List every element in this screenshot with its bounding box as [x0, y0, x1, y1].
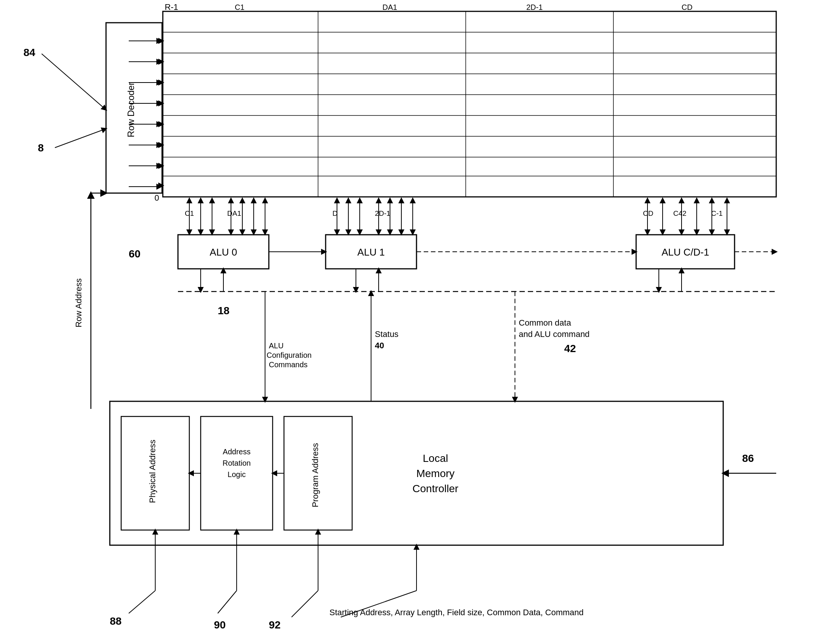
svg-line-120 [292, 591, 318, 617]
svg-text:Rotation: Rotation [223, 459, 251, 467]
svg-text:ALU C/D-1: ALU C/D-1 [661, 246, 709, 258]
svg-text:Starting Address, Array Length: Starting Address, Array Length, Field si… [329, 608, 583, 617]
svg-text:Common data: Common data [519, 318, 571, 327]
svg-text:C42: C42 [673, 209, 686, 217]
svg-text:C-1: C-1 [711, 209, 723, 217]
row-0-label: 0 [154, 193, 159, 203]
svg-text:DA1: DA1 [382, 3, 397, 11]
svg-text:Controller: Controller [412, 483, 458, 494]
svg-text:ALU 1: ALU 1 [357, 246, 385, 258]
svg-text:Configuration: Configuration [267, 351, 312, 359]
svg-text:CD: CD [682, 3, 693, 11]
svg-text:Row Address: Row Address [74, 278, 83, 327]
svg-text:ALU 0: ALU 0 [210, 246, 237, 258]
svg-text:90: 90 [214, 619, 226, 631]
diagram: R-1 0 C1 DA1 2D-1 CD Row Decoder ALU 0 A… [0, 0, 819, 644]
svg-text:Memory: Memory [416, 468, 454, 479]
svg-text:88: 88 [110, 615, 122, 627]
svg-text:8: 8 [38, 142, 44, 154]
svg-text:ALU: ALU [269, 341, 284, 350]
svg-line-117 [218, 591, 237, 613]
svg-text:60: 60 [129, 248, 140, 260]
svg-text:Local: Local [423, 452, 448, 464]
svg-text:CD: CD [643, 209, 653, 217]
svg-line-128 [55, 129, 106, 148]
svg-line-114 [129, 591, 155, 613]
svg-text:Commands: Commands [269, 360, 307, 369]
svg-text:Status: Status [375, 329, 398, 339]
svg-text:DA1: DA1 [227, 209, 241, 217]
svg-line-126 [42, 54, 106, 110]
svg-text:D: D [332, 209, 338, 217]
svg-text:C1: C1 [185, 209, 194, 217]
svg-text:42: 42 [564, 343, 576, 354]
svg-text:C1: C1 [235, 3, 245, 11]
svg-text:2D-1: 2D-1 [526, 3, 543, 11]
svg-text:Program Address: Program Address [310, 443, 320, 507]
svg-text:Row Decoder: Row Decoder [126, 82, 136, 137]
svg-text:92: 92 [269, 619, 281, 631]
svg-text:Address: Address [223, 448, 250, 456]
svg-text:Logic: Logic [228, 470, 246, 479]
svg-text:86: 86 [742, 452, 754, 464]
svg-text:18: 18 [218, 305, 229, 317]
svg-text:and ALU command: and ALU command [519, 329, 590, 339]
svg-text:84: 84 [23, 47, 36, 58]
svg-rect-4 [163, 11, 776, 197]
svg-text:2D-1: 2D-1 [375, 209, 390, 217]
row-r1-label: R-1 [165, 2, 178, 12]
svg-text:Physical Address: Physical Address [148, 440, 157, 503]
svg-text:40: 40 [375, 341, 384, 350]
